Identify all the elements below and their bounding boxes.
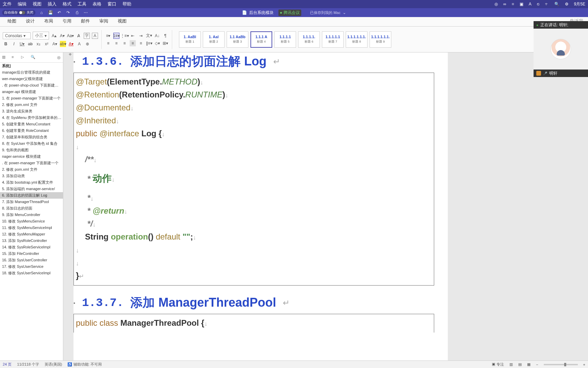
outline-item[interactable]: 11. 修改 SysMenuServiceImpl <box>0 225 63 231</box>
outline-item[interactable]: . 在 power-shop-cloud 下面新建一个 <box>0 82 63 89</box>
save-icon[interactable]: 💾 <box>48 10 53 15</box>
outline-item[interactable]: 12. 修改 SysMenuMapper <box>0 231 63 237</box>
results-icon[interactable]: ▷ <box>21 55 27 60</box>
shading-icon[interactable]: ◇▾ <box>154 40 160 46</box>
outline-item[interactable]: 14. 修改 SysRoleServiceImpl <box>0 244 63 250</box>
language[interactable]: 英语(美国) <box>45 362 62 367</box>
outline-item[interactable]: . 在 power-manager 下面新建一个 <box>0 160 63 166</box>
autosave-toggle[interactable]: 自动保存 关闭 <box>2 10 35 15</box>
move-handle-icon[interactable]: ✥ <box>69 52 71 56</box>
change-case-icon[interactable]: Aa▾ <box>67 33 74 39</box>
style-h9[interactable]: 1.1.1.1.1.1.标题 9 <box>370 31 391 48</box>
outline-item[interactable]: 13. 添加 SysRoleController <box>0 237 63 244</box>
outline-item[interactable]: 2. 修改 pom.xml 文件 <box>0 166 63 173</box>
style-h2[interactable]: 1. Aal标题 2 <box>203 31 225 48</box>
distribute-icon[interactable]: ≡ <box>138 40 144 46</box>
tray-icon[interactable]: A <box>529 2 532 6</box>
outline-item[interactable]: wer-manager父模块搭建 <box>0 76 63 82</box>
tray-icon[interactable]: ⌗ <box>512 2 514 6</box>
style-h3[interactable]: 1.1 AaBb标题 3 <box>227 31 248 48</box>
page-count[interactable]: 24 页 <box>3 362 12 367</box>
outline-item[interactable]: 16. 添加 SysUserController <box>0 257 63 263</box>
style-h6[interactable]: 1.1.1.1.标题 6 <box>298 31 320 48</box>
tab-layout[interactable]: 布局 <box>39 16 58 26</box>
view-outline-icon[interactable]: ▦ <box>527 362 530 367</box>
tray-icon[interactable]: ⎋ <box>537 2 539 6</box>
menu-help[interactable]: 帮助 <box>122 1 131 7</box>
menu-view[interactable]: 视图 <box>33 1 42 7</box>
print-icon[interactable]: ⎙ <box>74 10 80 15</box>
outline-item[interactable]: 3. 添加启动类 <box>0 173 63 179</box>
style-h7[interactable]: 1.1.1.1.1标题 7 <box>322 31 344 48</box>
decrease-indent-icon[interactable]: ⇤ <box>130 33 136 39</box>
outline-item[interactable]: 18. 修改 SysUserServiceImpl <box>0 270 63 276</box>
line-spacing-icon[interactable]: ‖≡▾ <box>146 40 152 46</box>
outline-item[interactable]: nager-service 模块搭建 <box>0 153 63 160</box>
outline-item[interactable]: anager-api 模块搭建 <box>0 89 63 95</box>
mic-icon[interactable]: 🎤 <box>543 72 547 75</box>
outline-item[interactable]: manager后台管理系统的搭建 <box>0 69 63 76</box>
outline-item[interactable]: 4. 添加 bootstrap.yml 配置文件 <box>0 179 63 186</box>
outline-item[interactable]: 3. 逆向生成实体类 <box>0 108 63 114</box>
menu-file[interactable]: 文件 <box>3 1 12 7</box>
word-count[interactable]: 11/2118 个字 <box>17 362 39 367</box>
strike-button[interactable]: ab <box>27 41 33 47</box>
outline-item[interactable]: 7. 创建菜单和权限的组合类 <box>0 134 63 140</box>
tray-icon[interactable]: ∞ <box>503 2 506 6</box>
close-icon[interactable]: ⊗ <box>57 55 61 60</box>
redo-icon[interactable]: ↷ <box>65 10 71 15</box>
zoom-out-icon[interactable]: − <box>536 363 538 367</box>
align-left-icon[interactable]: ≡ <box>105 40 111 46</box>
menu-table[interactable]: 表格 <box>93 1 101 7</box>
search-icon[interactable]: 🔍 <box>554 2 559 6</box>
fontcolor-icon[interactable]: A▾ <box>68 41 74 47</box>
zoom-slider[interactable] <box>544 364 578 365</box>
enclose-icon[interactable]: ⊕ <box>84 41 91 47</box>
font-select[interactable]: Consolas ▾ <box>3 32 31 39</box>
tab-view[interactable]: 视图 <box>113 16 131 26</box>
phonetic-icon[interactable]: 字 <box>84 33 90 39</box>
outline-item[interactable]: 4. 在 SysMenu 类中添加树菜单的 List 集 <box>0 114 63 121</box>
outline-item[interactable]: 15. 添加 FileController <box>0 250 63 257</box>
tray-icon[interactable]: ◎ <box>494 2 498 6</box>
style-h5[interactable]: 1.1.1.1标题 5 <box>274 31 296 48</box>
bullets-icon[interactable]: ≡▾ <box>105 33 111 39</box>
view-web-icon[interactable]: ▤ <box>518 362 522 367</box>
border-icon[interactable]: A <box>92 33 98 39</box>
outline-item[interactable]: 9. 添加 MenuController <box>0 212 63 218</box>
sort-icon[interactable]: A↓ <box>154 33 160 39</box>
view-print-icon[interactable]: ▥ <box>509 362 513 367</box>
italic-button[interactable]: I <box>11 41 17 47</box>
align-center-icon[interactable]: ≡ <box>113 40 119 46</box>
outline-item[interactable]: 9. 包和类的截图 <box>0 147 63 153</box>
superscript-button[interactable]: x² <box>44 41 50 47</box>
tray-icon[interactable]: ▣ <box>520 2 523 6</box>
search-icon[interactable]: 🔍 <box>31 55 36 60</box>
increase-font-icon[interactable]: A▴ <box>51 33 57 39</box>
thumbnails-icon[interactable]: ▥ <box>2 55 7 60</box>
outline-item[interactable]: 7. 添加 ManagerThreadPool <box>0 199 63 205</box>
undo-icon[interactable]: ↶ <box>56 10 62 15</box>
underline-button[interactable]: U▾ <box>19 41 25 47</box>
outline-item[interactable]: 6. 创建常量类 RoleConstant <box>0 127 63 134</box>
outline-item[interactable]: 8. 在 SysUser 中添加角色 id 集合 <box>0 140 63 147</box>
wifi-icon[interactable]: ᯤ <box>545 2 549 6</box>
menu-edit[interactable]: 编辑 <box>18 1 27 7</box>
menu-window[interactable]: 窗口 <box>108 1 116 7</box>
multilevel-icon[interactable]: ⋮≡▾ <box>121 33 128 39</box>
outline-icon[interactable]: ≡ <box>12 55 17 60</box>
style-h1[interactable]: 1. AaBl标题 1 <box>179 31 201 48</box>
outline-item[interactable]: 5. 创建常量类 MenuConstant <box>0 121 63 127</box>
outline-item[interactable]: 17. 修改 SysUserService <box>0 263 63 270</box>
align-right-icon[interactable]: ≡ <box>121 40 128 46</box>
control-center-icon[interactable]: ⚙ <box>565 2 569 6</box>
focus-mode[interactable]: ▣ 专注 <box>492 362 504 367</box>
outline-list[interactable]: manager后台管理系统的搭建wer-manager父模块搭建. 在 powe… <box>0 69 63 361</box>
numbering-icon[interactable]: 1≡▾ <box>113 33 119 39</box>
menu-tools[interactable]: 工具 <box>78 1 86 7</box>
outline-item[interactable]: 2. 修改 pom.xml 文件 <box>0 102 63 108</box>
outline-item[interactable]: 8. 添加日志的切面 <box>0 205 63 212</box>
style-h4[interactable]: 1.1.1 A标题 4 <box>250 31 272 48</box>
more-icon[interactable]: ⋯ <box>83 10 88 15</box>
fontsize-select[interactable]: 小三 ▾ <box>33 32 49 40</box>
